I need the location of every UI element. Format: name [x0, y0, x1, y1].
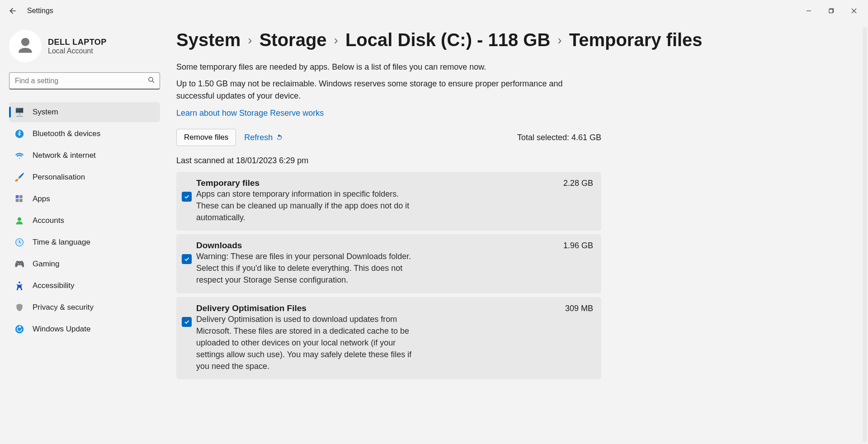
avatar: [9, 30, 42, 62]
profile-type: Local Account: [48, 47, 107, 55]
maximize-icon: [829, 8, 834, 14]
breadcrumb-disk[interactable]: Local Disk (C:) - 118 GB: [345, 30, 550, 50]
card-description: Apps can store temporary information in …: [196, 188, 422, 223]
apps-icon: [14, 194, 24, 204]
window-controls: [798, 4, 864, 18]
page-title: Temporary files: [569, 30, 703, 50]
svg-rect-2: [829, 9, 833, 13]
file-category-card: Delivery Optimisation Files 309 MB Deliv…: [176, 297, 601, 379]
sidebar-item-bluetooth[interactable]: Bluetooth & devices: [9, 124, 160, 144]
sidebar-item-privacy[interactable]: Privacy & security: [9, 298, 160, 317]
file-category-card: Temporary files 2.28 GB Apps can store t…: [176, 172, 601, 231]
sidebar-item-system[interactable]: 🖥️ System: [9, 102, 160, 122]
refresh-icon: [275, 133, 283, 142]
svg-rect-11: [19, 199, 23, 202]
system-icon: 🖥️: [14, 107, 24, 117]
remove-files-button[interactable]: Remove files: [176, 129, 236, 146]
sidebar-item-label: Accounts: [33, 216, 64, 225]
sidebar: DELL LAPTOP Local Account 🖥️ System Blue…: [0, 22, 167, 444]
check-icon: [184, 256, 190, 262]
bluetooth-icon: [14, 129, 24, 139]
action-row: Remove files Refresh Total selected: 4.6…: [176, 129, 601, 146]
checkbox-downloads[interactable]: [182, 254, 192, 264]
back-button[interactable]: [4, 2, 22, 20]
svg-rect-10: [16, 199, 19, 202]
card-size: 2.28 GB: [563, 179, 593, 188]
profile-block[interactable]: DELL LAPTOP Local Account: [9, 30, 160, 62]
paint-icon: 🖌️: [14, 172, 24, 182]
sidebar-item-apps[interactable]: Apps: [9, 189, 160, 209]
app-title: Settings: [27, 7, 53, 15]
sidebar-nav: 🖥️ System Bluetooth & devices Network & …: [9, 102, 160, 339]
sidebar-item-label: Bluetooth & devices: [33, 129, 100, 138]
minimize-button[interactable]: [798, 4, 819, 18]
search-icon: [147, 76, 156, 86]
chevron-right-icon: ›: [334, 33, 338, 47]
chevron-right-icon: ›: [557, 33, 561, 47]
sidebar-item-label: System: [33, 108, 58, 117]
check-icon: [184, 319, 190, 325]
sidebar-item-accounts[interactable]: Accounts: [9, 211, 160, 231]
breadcrumb-system[interactable]: System: [176, 30, 241, 50]
back-arrow-icon: [8, 6, 17, 15]
profile-name: DELL LAPTOP: [48, 38, 107, 47]
svg-line-6: [152, 81, 154, 83]
card-size: 309 MB: [565, 304, 593, 313]
svg-point-14: [19, 282, 20, 283]
refresh-label: Refresh: [244, 133, 273, 142]
total-selected: Total selected: 4.61 GB: [517, 133, 601, 142]
svg-rect-9: [19, 195, 23, 198]
sidebar-item-label: Windows Update: [33, 325, 91, 334]
sidebar-item-accessibility[interactable]: Accessibility: [9, 276, 160, 296]
sidebar-item-label: Network & internet: [33, 151, 96, 160]
checkbox-temporary-files[interactable]: [182, 192, 192, 202]
accessibility-icon: [14, 281, 24, 291]
refresh-button[interactable]: Refresh: [244, 133, 283, 142]
card-size: 1.96 GB: [563, 241, 593, 250]
card-title: Delivery Optimisation Files: [196, 303, 307, 313]
intro-paragraph-1: Some temporary files are needed by apps.…: [176, 61, 601, 73]
close-button[interactable]: [844, 4, 864, 18]
main-content: System › Storage › Local Disk (C:) - 118…: [167, 22, 868, 444]
card-title: Temporary files: [196, 178, 259, 188]
update-icon: [14, 324, 24, 334]
sidebar-item-personalisation[interactable]: 🖌️ Personalisation: [9, 167, 160, 187]
sidebar-item-label: Apps: [33, 194, 50, 203]
svg-point-5: [149, 77, 153, 81]
search-wrap: [9, 72, 160, 90]
sidebar-item-label: Gaming: [33, 260, 60, 269]
storage-reserve-link[interactable]: Learn about how Storage Reserve works: [176, 109, 324, 118]
sidebar-item-label: Accessibility: [33, 281, 75, 290]
svg-rect-8: [16, 195, 19, 198]
card-description: Warning: These are files in your persona…: [196, 250, 422, 286]
svg-point-12: [18, 217, 21, 221]
card-title: Downloads: [196, 241, 242, 250]
titlebar: Settings: [0, 0, 868, 22]
minimize-icon: [806, 8, 811, 14]
gaming-icon: 🎮: [14, 259, 24, 269]
accounts-icon: [14, 216, 24, 226]
card-description: Delivery Optimisation is used to downloa…: [196, 313, 422, 372]
sidebar-item-label: Personalisation: [33, 173, 85, 182]
breadcrumb: System › Storage › Local Disk (C:) - 118…: [176, 30, 850, 50]
sidebar-item-time[interactable]: Time & language: [9, 232, 160, 252]
breadcrumb-storage[interactable]: Storage: [259, 30, 327, 50]
search-input[interactable]: [9, 72, 160, 90]
chevron-right-icon: ›: [248, 33, 252, 47]
file-category-card: Downloads 1.96 GB Warning: These are fil…: [176, 234, 601, 293]
sidebar-item-label: Privacy & security: [33, 303, 94, 312]
scrollbar[interactable]: [863, 27, 867, 442]
wifi-icon: [14, 151, 24, 161]
sidebar-item-update[interactable]: Windows Update: [9, 319, 160, 339]
check-icon: [184, 194, 190, 200]
sidebar-item-gaming[interactable]: 🎮 Gaming: [9, 254, 160, 274]
checkbox-delivery-optimisation[interactable]: [182, 317, 192, 327]
close-icon: [851, 8, 857, 14]
shield-icon: [14, 302, 24, 312]
sidebar-item-network[interactable]: Network & internet: [9, 146, 160, 165]
sidebar-item-label: Time & language: [33, 238, 90, 247]
intro-paragraph-2: Up to 1.50 GB may not be reclaimable. Wi…: [176, 78, 601, 102]
person-icon: [15, 36, 35, 56]
clock-icon: [14, 237, 24, 247]
maximize-button[interactable]: [821, 4, 842, 18]
